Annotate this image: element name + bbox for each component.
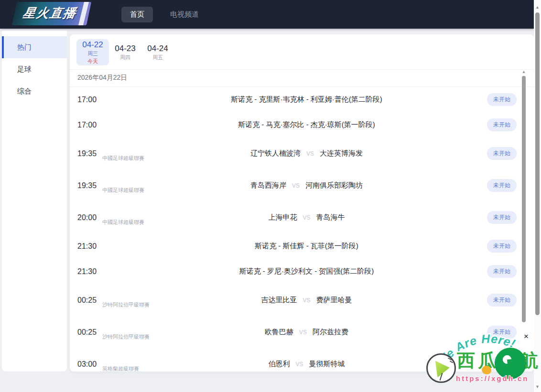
match-row[interactable]: 03:00 英格蘭超級聯賽 伯恩利 VS 曼彻斯特城 未开始: [70, 348, 534, 371]
away-team: 大连英博海发: [320, 149, 363, 158]
match-time: 19:35: [77, 182, 97, 190]
match-center: 斯诺克 - 马克·塞尔比 - 杰克·琼斯(第一阶段): [153, 120, 460, 129]
status-badge: 未开始: [487, 240, 517, 253]
site-logo[interactable]: 星火直播: [14, 2, 89, 27]
list-scrollbar-thumb[interactable]: [522, 76, 526, 322]
tab-weekday: 周五: [152, 54, 163, 61]
page-scrollbar-thumb[interactable]: [535, 12, 540, 315]
match-time: 00:25: [77, 328, 97, 336]
scroll-down-icon[interactable]: ▼: [534, 384, 541, 389]
match-row[interactable]: 00:25 沙特阿拉伯甲級聯賽 吉达里比亚 VS 费萨里哈曼 未开始: [70, 284, 534, 316]
match-league: 英格蘭超級聯賽: [102, 366, 139, 371]
status-badge: 未开始: [487, 294, 517, 307]
nav-home[interactable]: 首页: [121, 7, 153, 22]
match-league: 中國足球超級聯賽: [102, 220, 144, 225]
vs-label: VS: [303, 297, 310, 304]
match-time-block: 21:30: [70, 268, 153, 275]
match-league: 沙特阿拉伯甲級聯賽: [102, 302, 150, 307]
nav-tv-channels[interactable]: 电视频道: [168, 7, 201, 22]
match-row[interactable]: 00:25 沙特阿拉伯甲級聯賽 欧鲁巴赫 VS 阿尔兹拉费 未开始: [70, 316, 534, 348]
vs-label: VS: [303, 214, 310, 221]
home-team: 欧鲁巴赫: [265, 328, 293, 337]
site-url: https://xgdh.cn: [456, 374, 529, 382]
tab-weekday: 周三: [87, 50, 98, 57]
date-tab-0422[interactable]: 04-22 周三 今天: [76, 39, 109, 65]
match-center: 欧鲁巴赫 VS 阿尔兹拉费: [153, 328, 460, 337]
match-time-block: 19:35 中國足球超級聯賽: [70, 182, 153, 190]
date-tab-0424[interactable]: 04-24 周五: [141, 39, 174, 65]
sidebar-item-hot[interactable]: 热门: [2, 36, 67, 58]
status-badge: 未开始: [487, 147, 517, 160]
status-badge: 未开始: [487, 265, 517, 278]
match-center: 上海申花 VS 青岛海牛: [153, 213, 460, 222]
match-time-block: 03:00 英格蘭超級聯賽: [70, 360, 153, 368]
logo-badge: 星火直播: [12, 2, 91, 25]
status-badge: 未开始: [487, 358, 517, 371]
match-league: 中國足球超級聯賽: [102, 156, 144, 161]
tab-date: 04-23: [115, 44, 135, 53]
status-badge: 未开始: [487, 93, 517, 106]
match-center: 斯诺克 - 克里斯·韦克林 - 利亚姆·普伦(第二阶段): [153, 95, 460, 104]
match-title: 斯诺克 - 罗尼·奥沙利文 - 贺国强(第二阶段): [239, 267, 374, 276]
date-tab-0423[interactable]: 04-23 周四: [109, 39, 141, 65]
match-row[interactable]: 20:00 中國足球超級聯賽 上海申花 VS 青岛海牛 未开始: [70, 201, 534, 233]
header: 星火直播 首页 电视频道: [0, 0, 534, 29]
match-center: 斯诺克 - 罗尼·奥沙利文 - 贺国强(第二阶段): [153, 267, 460, 276]
tab-date: 04-24: [147, 44, 168, 53]
match-title: 斯诺克 - 克里斯·韦克林 - 利亚姆·普伦(第二阶段): [231, 95, 382, 104]
match-league: 沙特阿拉伯甲級聯賽: [102, 334, 150, 339]
match-time-block: 20:00 中國足球超級聯賽: [70, 214, 153, 222]
date-tabs: 04-22 周三 今天 04-23 周四 04-24 周五: [70, 34, 534, 69]
match-time-block: 00:25 沙特阿拉伯甲級聯賽: [70, 328, 153, 336]
home-team: 青岛西海岸: [250, 181, 286, 190]
match-row[interactable]: 19:35 中國足球超級聯賽 辽宁铁人楠波湾 VS 大连英博海发 未开始: [70, 138, 534, 170]
match-row[interactable]: 17:00 斯诺克 - 克里斯·韦克林 - 利亚姆·普伦(第二阶段) 未开始: [70, 87, 534, 112]
match-time: 20:00: [77, 214, 97, 222]
match-center: 伯恩利 VS 曼彻斯特城: [153, 360, 460, 369]
scroll-up-icon[interactable]: ▲: [534, 5, 541, 10]
date-header: 2026年04月22日: [70, 70, 534, 87]
schedule-card: 04-22 周三 今天 04-23 周四 04-24 周五 2026年04月22…: [70, 34, 534, 371]
sidebar: 热门 足球 综合: [2, 31, 67, 371]
match-time-block: 17:00: [70, 121, 153, 129]
match-time: 00:25: [77, 297, 97, 304]
tab-today-label: 今天: [87, 58, 98, 65]
home-team: 上海申花: [268, 213, 297, 222]
match-center: 吉达里比亚 VS 费萨里哈曼: [153, 296, 460, 305]
match-center: 青岛西海岸 VS 河南俱乐部彩陶坊: [153, 181, 460, 190]
match-time: 03:00: [77, 360, 97, 368]
home-team: 辽宁铁人楠波湾: [250, 149, 301, 158]
match-row[interactable]: 21:30 斯诺克 - 罗尼·奥沙利文 - 贺国强(第二阶段) 未开始: [70, 259, 534, 284]
match-time: 21:30: [77, 243, 97, 250]
match-row[interactable]: 17:00 斯诺克 - 马克·塞尔比 - 杰克·琼斯(第一阶段) 未开始: [70, 112, 534, 138]
tab-weekday: 周四: [120, 54, 130, 61]
page-scrollbar[interactable]: ▲ ▼: [534, 0, 541, 392]
close-icon[interactable]: ×: [524, 332, 529, 340]
match-list: 17:00 斯诺克 - 克里斯·韦克林 - 利亚姆·普伦(第二阶段) 未开始 1…: [70, 87, 534, 371]
away-team: 阿尔兹拉费: [313, 328, 348, 337]
watermelon-stem: [440, 373, 443, 381]
page: 星火直播 首页 电视频道 热门 足球 综合 04-22 周三 今天 04-23 …: [0, 0, 541, 392]
scroll-up-icon[interactable]: ▲: [521, 69, 527, 74]
match-time: 17:00: [77, 121, 97, 129]
home-team: 吉达里比亚: [261, 296, 297, 305]
match-title: 斯诺克 - 斯佳辉 - 瓦菲(第一阶段): [255, 242, 358, 251]
home-team: 伯恩利: [268, 360, 290, 369]
vs-label: VS: [295, 361, 303, 368]
match-row[interactable]: 21:30 斯诺克 - 斯佳辉 - 瓦菲(第一阶段) 未开始: [70, 233, 534, 259]
match-title: 斯诺克 - 马克·塞尔比 - 杰克·琼斯(第一阶段): [238, 120, 375, 129]
match-time-block: 19:35 中國足球超級聯賽: [70, 150, 153, 158]
main-nav: 首页 电视频道: [121, 7, 201, 22]
list-scrollbar[interactable]: ▲: [521, 69, 527, 337]
sidebar-item-general[interactable]: 综合: [2, 80, 67, 102]
logo-text: 星火直播: [22, 5, 78, 21]
status-badge: 未开始: [487, 211, 517, 224]
away-team: 河南俱乐部彩陶坊: [305, 181, 363, 190]
away-team: 青岛海牛: [316, 213, 345, 222]
vs-label: VS: [292, 182, 300, 189]
match-time-block: 17:00: [70, 96, 153, 104]
away-team: 费萨里哈曼: [316, 296, 352, 305]
match-center: 辽宁铁人楠波湾 VS 大连英博海发: [153, 149, 460, 158]
sidebar-item-football[interactable]: 足球: [2, 58, 67, 80]
match-row[interactable]: 19:35 中國足球超級聯賽 青岛西海岸 VS 河南俱乐部彩陶坊 未开始: [70, 170, 534, 201]
